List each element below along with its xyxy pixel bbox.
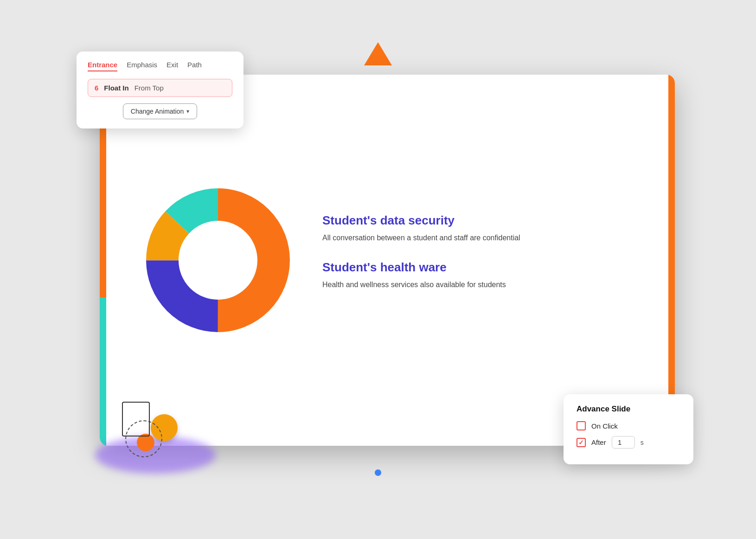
- tab-entrance[interactable]: Entrance: [88, 61, 117, 71]
- after-unit: s: [641, 439, 644, 446]
- main-scene: Student's data security All conversation…: [53, 38, 703, 501]
- after-label: After: [591, 438, 606, 446]
- on-click-row: On Click: [577, 421, 680, 430]
- change-animation-label: Change Animation: [131, 108, 184, 115]
- advance-slide-title: Advance Slide: [577, 404, 680, 414]
- advance-slide-panel: Advance Slide On Click After s: [564, 394, 693, 464]
- bracket-shape-decoration: [122, 402, 150, 436]
- chevron-down-icon: ▾: [186, 108, 189, 115]
- section-data-security: Student's data security All conversation…: [322, 213, 638, 244]
- after-checkbox[interactable]: [577, 438, 586, 447]
- section-health-ware: Student's health ware Health and wellnes…: [322, 260, 638, 290]
- blue-dot-decoration: [375, 469, 381, 476]
- slide-container: Student's data security All conversation…: [100, 75, 675, 446]
- section-title-1: Student's data security: [322, 213, 638, 228]
- after-value-input[interactable]: [612, 436, 635, 449]
- change-animation-button[interactable]: Change Animation ▾: [123, 103, 197, 119]
- section-title-2: Student's health ware: [322, 260, 638, 275]
- tab-emphasis[interactable]: Emphasis: [127, 61, 157, 71]
- svg-point-4: [181, 223, 255, 297]
- donut-chart: [144, 186, 292, 334]
- right-strip: [668, 75, 675, 446]
- section-desc-1: All conversation between a student and s…: [322, 232, 638, 244]
- after-row: After s: [577, 436, 680, 449]
- animation-sub: From Top: [135, 84, 164, 92]
- animation-number: 6: [95, 84, 98, 92]
- on-click-checkbox[interactable]: [577, 421, 586, 430]
- left-strip: [100, 75, 106, 446]
- tab-path[interactable]: Path: [187, 61, 202, 71]
- tab-exit[interactable]: Exit: [167, 61, 178, 71]
- animation-name: Float In: [104, 84, 128, 92]
- on-click-label: On Click: [591, 422, 618, 430]
- content-area: Student's data security All conversation…: [304, 213, 656, 307]
- chart-area: [118, 186, 304, 334]
- orange-triangle-decoration: [364, 42, 392, 65]
- animation-panel: Entrance Emphasis Exit Path 6 Float In F…: [77, 51, 243, 128]
- animation-item[interactable]: 6 Float In From Top: [88, 79, 232, 97]
- animation-tabs: Entrance Emphasis Exit Path: [88, 61, 232, 71]
- section-desc-2: Health and wellness services also availa…: [322, 279, 638, 290]
